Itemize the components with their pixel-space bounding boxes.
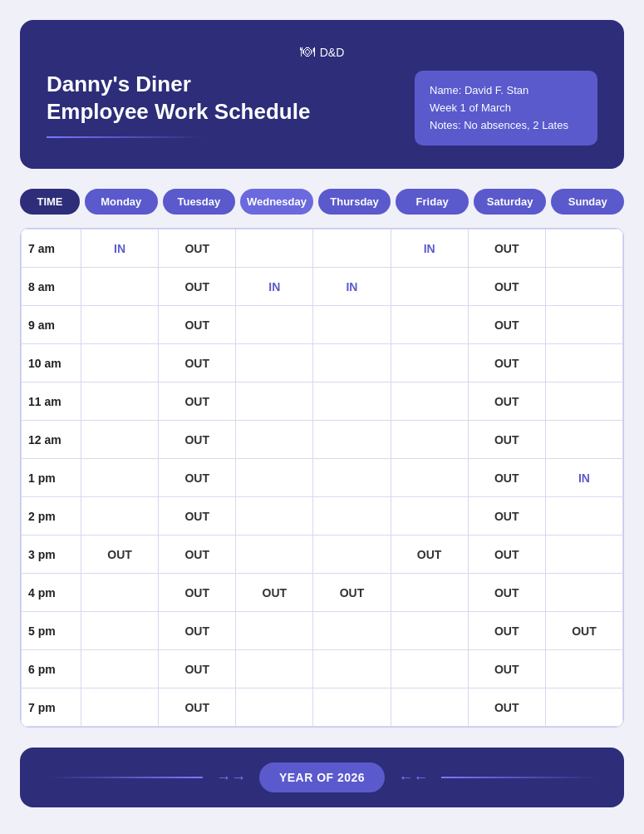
info-box: Name: David F. Stan Week 1 of March Note…	[415, 71, 597, 146]
cell-fri-9am	[391, 306, 468, 344]
header-titles: Danny's Diner Employee Work Schedule	[47, 71, 310, 138]
cell-wed-12am	[236, 421, 313, 459]
footer-line-right	[441, 777, 597, 778]
time-column-header: TIME	[20, 189, 80, 215]
info-notes: Notes: No absences, 2 Lates	[430, 117, 583, 135]
cell-sat-2pm: OUT	[468, 497, 545, 535]
cell-sun-4pm	[545, 574, 622, 612]
cell-thu-8am: IN	[313, 268, 391, 306]
cell-wed-8am: IN	[236, 268, 313, 306]
cell-wed-7am	[236, 229, 313, 268]
cell-thu-4pm: OUT	[313, 574, 391, 612]
cell-sat-7pm: OUT	[468, 688, 545, 727]
cell-sun-11am	[545, 382, 622, 421]
time-cell: 4 pm	[22, 574, 81, 612]
time-cell: 11 am	[22, 382, 81, 421]
header: 🍽 D&D Danny's Diner Employee Work Schedu…	[20, 20, 624, 169]
cell-sun-2pm	[545, 497, 622, 535]
cell-tue-11am: OUT	[159, 382, 236, 421]
footer-line-left	[47, 777, 203, 778]
cell-sat-11am: OUT	[468, 382, 545, 421]
cell-sun-9am	[545, 306, 622, 344]
cell-mon-2pm	[81, 497, 159, 535]
saturday-header[interactable]: Saturday	[474, 189, 547, 215]
cell-wed-3pm	[236, 535, 313, 574]
cell-thu-7pm	[313, 688, 391, 727]
cell-fri-11am	[391, 382, 468, 421]
cell-tue-10am: OUT	[159, 344, 236, 382]
cell-fri-1pm	[391, 459, 468, 497]
cell-tue-1pm: OUT	[159, 459, 236, 497]
wednesday-header[interactable]: Wednesday	[240, 189, 313, 215]
cell-sat-3pm: OUT	[468, 535, 545, 574]
year-badge: YEAR OF 2026	[259, 762, 385, 792]
cell-tue-3pm: OUT	[159, 535, 236, 574]
cell-sat-12am: OUT	[468, 421, 545, 459]
table-row: 6 pmOUTOUT	[22, 650, 623, 688]
cell-sat-1pm: OUT	[468, 459, 545, 497]
friday-header[interactable]: Friday	[396, 189, 469, 215]
table-row: 2 pmOUTOUT	[22, 497, 623, 535]
cell-wed-10am	[236, 344, 313, 382]
arrow-left-icon: ←	[398, 769, 428, 787]
time-cell: 8 am	[22, 268, 81, 306]
cell-tue-2pm: OUT	[159, 497, 236, 535]
cell-mon-8am	[81, 268, 159, 306]
cell-fri-8am	[391, 268, 468, 306]
cell-sun-1pm: IN	[545, 459, 622, 497]
time-cell: 7 pm	[22, 688, 81, 727]
table-row: 7 pmOUTOUT	[22, 688, 623, 727]
cell-tue-5pm: OUT	[159, 612, 236, 650]
cell-tue-8am: OUT	[159, 268, 236, 306]
cell-fri-6pm	[391, 650, 468, 688]
cell-thu-10am	[313, 344, 391, 382]
table-row: 1 pmOUTOUTIN	[22, 459, 623, 497]
header-body: Danny's Diner Employee Work Schedule Nam…	[47, 71, 597, 146]
title-line2: Employee Work Schedule	[47, 98, 310, 126]
time-cell: 6 pm	[22, 650, 81, 688]
info-name: Name: David F. Stan	[430, 82, 583, 100]
tuesday-header[interactable]: Tuesday	[163, 189, 236, 215]
cell-sat-9am: OUT	[468, 306, 545, 344]
time-cell: 1 pm	[22, 459, 81, 497]
cell-mon-6pm	[81, 650, 159, 688]
cell-mon-1pm	[81, 459, 159, 497]
cell-thu-7am	[313, 229, 391, 268]
header-divider	[47, 136, 204, 138]
cell-sun-6pm	[545, 650, 622, 688]
cell-wed-5pm	[236, 612, 313, 650]
cell-mon-3pm: OUT	[81, 535, 159, 574]
cell-mon-9am	[81, 306, 159, 344]
cell-mon-11am	[81, 382, 159, 421]
cell-fri-10am	[391, 344, 468, 382]
table-row: 11 amOUTOUT	[22, 382, 623, 421]
title-line1: Danny's Diner	[47, 71, 310, 98]
cell-wed-4pm: OUT	[236, 574, 313, 612]
cell-fri-5pm	[391, 612, 468, 650]
time-cell: 5 pm	[22, 612, 81, 650]
cell-thu-1pm	[313, 459, 391, 497]
cell-sat-8am: OUT	[468, 268, 545, 306]
logo-area: 🍽 D&D	[47, 43, 597, 61]
cell-tue-9am: OUT	[159, 306, 236, 344]
table-row: 5 pmOUTOUTOUT	[22, 612, 623, 650]
time-cell: 9 am	[22, 306, 81, 344]
cell-thu-5pm	[313, 612, 391, 650]
sunday-header[interactable]: Sunday	[551, 189, 624, 215]
cell-thu-2pm	[313, 497, 391, 535]
cell-sun-8am	[545, 268, 622, 306]
cell-tue-12am: OUT	[159, 421, 236, 459]
cell-sun-10am	[545, 344, 622, 382]
time-cell: 12 am	[22, 421, 81, 459]
cell-sun-7pm	[545, 688, 622, 727]
cell-mon-5pm	[81, 612, 159, 650]
cell-fri-7am: IN	[391, 229, 468, 268]
day-header-row: TIME Monday Tuesday Wednesday Thursday F…	[20, 182, 624, 221]
thursday-header[interactable]: Thursday	[318, 189, 391, 215]
cell-tue-4pm: OUT	[159, 574, 236, 612]
cell-sun-5pm: OUT	[545, 612, 622, 650]
logo-text: D&D	[320, 46, 345, 59]
table-row: 7 amINOUTINOUT	[22, 229, 623, 268]
table-row: 10 amOUTOUT	[22, 344, 623, 382]
monday-header[interactable]: Monday	[85, 189, 158, 215]
